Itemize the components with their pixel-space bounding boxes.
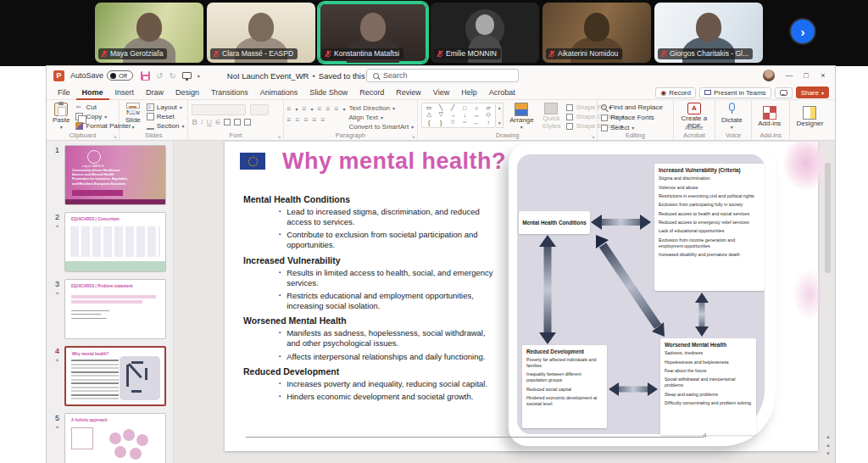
tab-transitions[interactable]: Transitions: [205, 85, 254, 100]
participant-tile-1[interactable]: Maya Gerotziafa: [95, 3, 203, 63]
shape-icon[interactable]: ↓: [463, 112, 466, 118]
shape-icon[interactable]: □: [463, 105, 466, 111]
undo-icon[interactable]: ↺: [156, 71, 163, 81]
slide-thumbnail-5[interactable]: A holistic approach: [64, 413, 166, 463]
dictate-button[interactable]: Dictate ▾: [719, 103, 745, 131]
shape-icon[interactable]: ～: [462, 118, 468, 126]
tab-file[interactable]: File: [52, 85, 76, 100]
justify-button[interactable]: ≡: [312, 115, 316, 124]
shape-icon[interactable]: ○: [475, 105, 478, 111]
dialog-launcher-icon[interactable]: ↘: [411, 133, 415, 139]
tab-home[interactable]: Home: [76, 85, 109, 100]
tab-draw[interactable]: Draw: [140, 85, 170, 100]
diagram-card[interactable]: Mental Health Conditions Increased Vulne…: [509, 144, 776, 446]
shape-icon[interactable]: {: [428, 120, 430, 126]
dialog-launcher-icon[interactable]: ↘: [113, 133, 117, 139]
align-left-button[interactable]: ≡: [287, 115, 292, 124]
participant-tile-5[interactable]: Aikaterini Nomidou: [542, 3, 651, 63]
previous-slide-button[interactable]: ▲: [824, 443, 832, 448]
dialog-launcher-icon[interactable]: ↘: [591, 133, 595, 139]
select-button[interactable]: Select▾: [601, 124, 663, 131]
strikethrough-button[interactable]: S: [215, 118, 220, 126]
tab-acrobat[interactable]: Acrobat: [483, 85, 521, 100]
shape-icon[interactable]: ╱: [451, 104, 454, 111]
columns-button[interactable]: ≡: [320, 115, 325, 124]
slide-thumbnail-2[interactable]: EQUICARES | Consortium: [64, 212, 166, 272]
tab-view[interactable]: View: [427, 85, 455, 100]
reset-button[interactable]: Reset: [147, 113, 185, 120]
font-color-button[interactable]: [244, 119, 251, 126]
bullets-button[interactable]: ≡: [287, 104, 292, 113]
shape-icon[interactable]: ↔: [474, 112, 480, 118]
close-button[interactable]: ×: [815, 66, 832, 85]
scroll-up-icon[interactable]: ▲: [824, 434, 832, 439]
convert-to-smartart-button[interactable]: Convert to SmartArt▾: [348, 123, 414, 131]
next-participants-button[interactable]: ›: [791, 20, 815, 43]
current-slide[interactable]: Why mental health? Mental Health Conditi…: [225, 142, 818, 451]
shape-icon[interactable]: ←: [474, 120, 480, 126]
italic-button[interactable]: I: [201, 118, 203, 126]
scroll-up-icon[interactable]: ▲: [498, 105, 502, 110]
shape-icon[interactable]: ☆: [450, 119, 455, 126]
tab-help[interactable]: Help: [455, 85, 483, 100]
redo-icon[interactable]: ↻: [169, 71, 175, 81]
find-and-replace-button[interactable]: Find and Replace: [601, 103, 663, 111]
slide-thumbnail-4-selected[interactable]: Why mental health?: [64, 346, 166, 406]
text-direction-button[interactable]: Text Direction▾: [348, 104, 414, 112]
editor-scrollbar[interactable]: [824, 146, 832, 429]
font-size-select[interactable]: [250, 104, 269, 115]
search-input[interactable]: Search: [366, 69, 519, 82]
line-spacing-button[interactable]: ≡: [334, 104, 338, 113]
tab-slide-show[interactable]: Slide Show: [303, 85, 353, 100]
align-text-button[interactable]: Align Text▾: [348, 114, 414, 121]
next-slide-button[interactable]: ▼: [824, 451, 832, 456]
diagram-box-increased-vulnerability[interactable]: Increased Vulnerability (Criteria) Stigm…: [654, 164, 765, 291]
slide-thumbnail-1[interactable]: equiCARES Community-driven Healthcare Ac…: [64, 145, 166, 205]
shape-icon[interactable]: △: [426, 111, 431, 118]
participant-tile-2[interactable]: Clara Massé - EASPD: [207, 3, 315, 63]
account-avatar[interactable]: [763, 70, 775, 81]
minimize-button[interactable]: —: [781, 66, 798, 85]
diagram-box-mental-health-conditions[interactable]: Mental Health Conditions: [519, 211, 590, 234]
shape-icon[interactable]: ╲: [439, 104, 442, 111]
add-ins-button[interactable]: Add-ins: [755, 103, 783, 131]
replace-fonts-button[interactable]: Replace Fonts: [601, 114, 663, 121]
autosave-toggle[interactable]: Off: [107, 70, 133, 81]
numbering-button[interactable]: ≡: [303, 104, 307, 113]
tab-record[interactable]: Record: [353, 85, 390, 100]
designer-button[interactable]: Designer: [793, 103, 826, 131]
shape-icon[interactable]: }: [440, 120, 442, 126]
scroll-down-icon[interactable]: ▼: [498, 120, 502, 126]
shapes-scrollbar[interactable]: ▲ ▼: [496, 103, 504, 128]
align-center-button[interactable]: ≡: [296, 115, 300, 124]
text-shadow-button[interactable]: [224, 119, 231, 126]
comments-button[interactable]: [775, 87, 793, 98]
shape-icon[interactable]: →: [450, 112, 456, 118]
character-spacing-button[interactable]: [234, 119, 241, 126]
layout-button[interactable]: Layout▾: [147, 103, 185, 111]
present-in-teams-button[interactable]: Present in Teams: [699, 87, 771, 98]
section-button[interactable]: Section▾: [147, 122, 185, 130]
slide-title[interactable]: Why mental health?: [282, 148, 506, 175]
shape-icon[interactable]: ↑: [487, 120, 490, 126]
diagram-box-worsened-mental-health[interactable]: Worsened Mental Health Sadness, tirednes…: [660, 338, 756, 435]
dialog-launcher-icon[interactable]: ↘: [277, 133, 281, 139]
increase-indent-button[interactable]: ≡: [326, 104, 330, 113]
slideshow-icon[interactable]: [182, 72, 192, 79]
slide-body-text[interactable]: Mental Health Conditions ▪Lead to increa…: [243, 190, 499, 404]
participant-tile-6[interactable]: Giorgos Charitakis - Gl...: [654, 3, 763, 63]
new-slide-button[interactable]: New Slide ▾: [123, 103, 143, 131]
tab-review[interactable]: Review: [390, 85, 427, 100]
shape-icon[interactable]: ▭: [426, 104, 432, 111]
decrease-indent-button[interactable]: ≡: [318, 104, 322, 113]
tab-animations[interactable]: Animations: [254, 85, 304, 100]
shapes-gallery[interactable]: ▭╲╱□○▱ △▽→↓↔◇ {}☆～←↑: [421, 103, 496, 128]
share-button[interactable]: Share ▾: [796, 86, 829, 98]
slide-thumbnail-3[interactable]: EQUICARES | Problem statement ▬▬▬▬▬▬▬▬▬▬…: [64, 279, 166, 339]
align-right-button[interactable]: ≡: [303, 115, 308, 124]
tab-design[interactable]: Design: [170, 85, 205, 100]
font-name-select[interactable]: [192, 104, 246, 115]
tab-insert[interactable]: Insert: [109, 85, 141, 100]
scrollbar-thumb[interactable]: [825, 163, 831, 273]
arrange-button[interactable]: Arrange ▾: [507, 103, 536, 131]
